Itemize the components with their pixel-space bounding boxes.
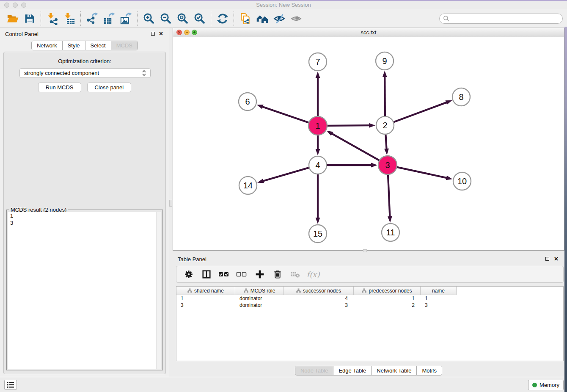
tab-mcds[interactable]: MCDS <box>111 41 138 50</box>
zoom-out-button[interactable] <box>157 10 174 27</box>
node-1[interactable]: 1 <box>308 116 327 135</box>
edge-3-11[interactable] <box>388 175 392 223</box>
edge-2-3[interactable] <box>384 135 389 155</box>
hide-panels-button[interactable] <box>271 10 288 27</box>
float-table-panel-icon[interactable] <box>545 257 549 261</box>
delete-column-button[interactable] <box>270 267 286 282</box>
node-15[interactable]: 15 <box>309 225 327 243</box>
export-table-button[interactable] <box>101 10 118 27</box>
function-builder-button[interactable]: f(x) <box>305 267 321 282</box>
table-cell[interactable]: dominator <box>235 295 284 301</box>
edge-4-14[interactable] <box>257 168 309 183</box>
edge-4-3[interactable] <box>327 163 377 168</box>
vertical-splitter[interactable] <box>169 28 173 377</box>
node-6[interactable]: 6 <box>239 93 256 110</box>
table-settings-button[interactable] <box>181 267 197 282</box>
apply-preferred-layout-button[interactable] <box>214 10 231 27</box>
close-table-panel-icon[interactable]: ✕ <box>554 256 559 262</box>
node-7[interactable]: 7 <box>309 53 327 71</box>
mcds-result-list[interactable]: 13 <box>8 212 161 369</box>
maximize-view-icon[interactable] <box>192 30 197 35</box>
column-header-predecessor-nodes[interactable]: predecessor nodes <box>354 287 421 295</box>
select-all-button[interactable] <box>216 267 232 282</box>
zoom-fit-button[interactable] <box>174 10 191 27</box>
node-9[interactable]: 9 <box>376 52 394 70</box>
zoom-selected-button[interactable] <box>191 10 208 27</box>
zoom-window-button[interactable] <box>21 3 26 8</box>
edge-3-1[interactable] <box>327 131 379 160</box>
network-canvas[interactable]: 7968124314101511 <box>173 37 564 250</box>
tab-style[interactable]: Style <box>62 41 85 50</box>
close-panel-button[interactable]: Close panel <box>87 83 132 92</box>
node-8[interactable]: 8 <box>452 88 470 106</box>
memory-button[interactable]: Memory <box>528 380 564 390</box>
close-window-button[interactable] <box>4 3 9 8</box>
zoom-in-button[interactable] <box>140 10 157 27</box>
tab-network[interactable]: Network <box>32 41 62 50</box>
close-panel-icon[interactable]: ✕ <box>159 31 163 37</box>
table-cell[interactable]: 2 <box>354 302 421 308</box>
column-header-name[interactable]: name <box>421 287 457 295</box>
table-cell[interactable]: 3 <box>284 302 354 308</box>
node-10[interactable]: 10 <box>453 172 471 190</box>
horizontal-splitter-grip[interactable] <box>363 249 367 252</box>
column-header-shared-name[interactable]: shared name <box>176 287 235 295</box>
table-cell[interactable]: 3 <box>421 302 457 308</box>
node-11[interactable]: 11 <box>382 224 399 241</box>
edge-2-9[interactable] <box>383 71 387 116</box>
criterion-select[interactable]: strongly connected component <box>19 68 151 78</box>
column-header-successor-nodes[interactable]: successor nodes <box>284 287 354 295</box>
node-3[interactable]: 3 <box>378 156 397 174</box>
import-table-button[interactable] <box>61 10 78 27</box>
table-cell[interactable]: 1 <box>176 295 235 301</box>
table-cell[interactable]: dominator <box>235 302 284 308</box>
close-view-icon[interactable] <box>176 30 182 35</box>
import-network-button[interactable] <box>44 10 61 27</box>
edge-1-6[interactable] <box>257 105 308 122</box>
network-graph[interactable]: 7968124314101511 <box>173 37 564 250</box>
mcds-result-item[interactable]: 1 <box>8 212 161 219</box>
delete-table-button[interactable] <box>287 267 303 282</box>
edge-4-15[interactable] <box>316 174 320 224</box>
eye-gray-icon <box>290 12 303 25</box>
mcds-result-item[interactable]: 3 <box>8 219 161 226</box>
edge-1-2[interactable] <box>328 123 375 128</box>
task-history-button[interactable] <box>4 380 17 390</box>
tab-edge-table[interactable]: Edge Table <box>333 366 371 375</box>
search-input[interactable] <box>450 15 559 22</box>
toggle-table-panel-button[interactable] <box>198 267 215 282</box>
deselect-all-button[interactable] <box>234 267 250 282</box>
export-image-button[interactable] <box>118 10 135 27</box>
table-row[interactable]: 1dominator411 <box>176 295 563 302</box>
edge-3-10[interactable] <box>397 167 452 180</box>
scrollbar-track[interactable] <box>156 212 161 369</box>
open-session-button[interactable] <box>4 10 21 27</box>
show-all-networks-button[interactable] <box>254 10 271 27</box>
table-cell[interactable]: 1 <box>421 295 457 301</box>
table-cell[interactable]: 3 <box>176 302 235 308</box>
show-panels-button[interactable] <box>288 10 305 27</box>
export-network-button[interactable] <box>84 10 101 27</box>
save-session-button[interactable] <box>21 10 38 27</box>
minimize-window-button[interactable] <box>13 3 18 8</box>
run-mcds-button[interactable]: Run MCDS <box>38 83 81 92</box>
table-row[interactable]: 3dominator323 <box>176 302 563 309</box>
minimize-view-icon[interactable] <box>184 30 190 35</box>
tab-motifs[interactable]: Motifs <box>416 366 442 375</box>
duplicate-network-button[interactable] <box>237 10 254 27</box>
table-cell[interactable]: 4 <box>284 295 354 301</box>
edge-1-7[interactable] <box>316 72 320 116</box>
splitter-grip[interactable] <box>169 200 172 207</box>
tab-select[interactable]: Select <box>85 41 111 50</box>
node-4[interactable]: 4 <box>309 156 327 174</box>
node-2[interactable]: 2 <box>376 116 394 134</box>
tab-node-table[interactable]: Node Table <box>295 366 333 375</box>
edge-1-4[interactable] <box>316 135 320 155</box>
node-14[interactable]: 14 <box>239 177 257 194</box>
add-column-button[interactable] <box>252 267 268 282</box>
float-panel-icon[interactable] <box>151 32 155 36</box>
edge-2-8[interactable] <box>394 100 452 122</box>
column-header-MCDS-role[interactable]: MCDS role <box>235 287 284 295</box>
tab-network-table[interactable]: Network Table <box>371 366 416 375</box>
table-cell[interactable]: 1 <box>354 295 421 301</box>
